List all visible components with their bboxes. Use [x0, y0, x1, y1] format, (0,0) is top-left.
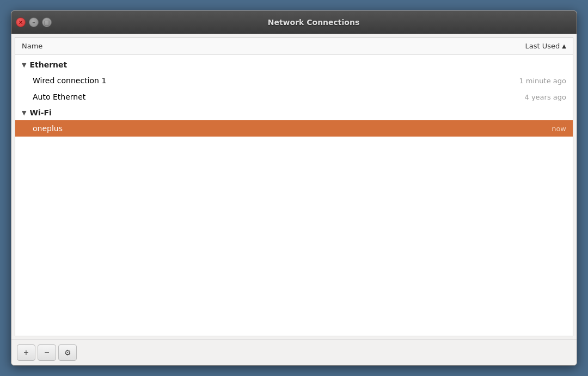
- maximize-button[interactable]: □: [42, 17, 52, 27]
- category-ethernet[interactable]: ▼ Ethernet: [15, 57, 573, 72]
- list-item[interactable]: Wired connection 1 1 minute ago: [15, 72, 573, 89]
- category-ethernet-label: Ethernet: [29, 60, 67, 69]
- column-name: Name: [22, 42, 42, 50]
- connection-name: oneplus: [33, 124, 63, 133]
- table-header: Name Last Used ▲: [15, 38, 573, 55]
- content-area: Name Last Used ▲ ▼ Ethernet Wired connec…: [15, 37, 573, 336]
- window-title: Network Connections: [55, 18, 572, 27]
- chevron-down-icon: ▼: [22, 61, 26, 69]
- settings-button[interactable]: ⚙: [58, 344, 77, 361]
- connection-last-used: 4 years ago: [525, 93, 566, 101]
- list-item[interactable]: oneplus now: [15, 120, 573, 137]
- remove-icon: −: [44, 348, 49, 357]
- maximize-icon: □: [44, 19, 50, 26]
- sort-arrow-icon: ▲: [562, 43, 566, 49]
- category-wifi[interactable]: ▼ Wi-Fi: [15, 105, 573, 120]
- minimize-icon: –: [32, 19, 35, 26]
- connection-name: Auto Ethernet: [33, 93, 85, 101]
- close-button[interactable]: ✕: [16, 17, 26, 27]
- titlebar: ✕ – □ Network Connections: [11, 11, 577, 34]
- minimize-button[interactable]: –: [29, 17, 39, 27]
- connection-name: Wired connection 1: [33, 76, 106, 85]
- connection-last-used: now: [552, 125, 566, 133]
- add-connection-button[interactable]: +: [17, 344, 35, 361]
- category-wifi-label: Wi-Fi: [29, 108, 51, 117]
- column-last-used-label: Last Used: [525, 42, 560, 50]
- add-icon: +: [23, 348, 28, 357]
- gear-icon: ⚙: [64, 348, 71, 357]
- connection-list: ▼ Ethernet Wired connection 1 1 minute a…: [15, 55, 573, 336]
- close-icon: ✕: [18, 19, 23, 26]
- chevron-down-icon: ▼: [22, 109, 26, 116]
- network-connections-window: ✕ – □ Network Connections Name Last Used…: [11, 10, 577, 366]
- remove-connection-button[interactable]: −: [38, 344, 56, 361]
- connection-last-used: 1 minute ago: [519, 77, 566, 85]
- toolbar: + − ⚙: [11, 340, 577, 365]
- list-item[interactable]: Auto Ethernet 4 years ago: [15, 89, 573, 105]
- column-last-used[interactable]: Last Used ▲: [525, 42, 566, 50]
